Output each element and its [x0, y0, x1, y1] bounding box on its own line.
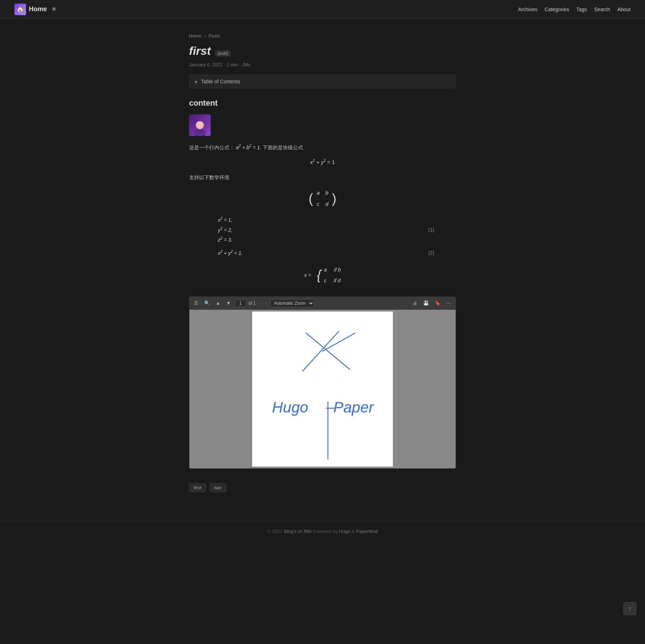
- numbered-eq-2: x2 + y2 = 1. (2): [218, 248, 434, 258]
- pdf-viewer: ☰ 🔍 ▲ ▼ of 1 − + Automatic Zoom 🖨 💾 🔖 ⋯: [189, 296, 456, 469]
- nav-categories[interactable]: Categories: [545, 6, 569, 12]
- piecewise-cases: a if b c if d: [324, 265, 341, 285]
- footer-year: © 2022: [267, 529, 282, 534]
- footer-powered-by: Powered by: [313, 529, 338, 534]
- svg-text:Paper: Paper: [333, 399, 374, 416]
- nav-tags[interactable]: Tags: [576, 6, 587, 12]
- content-heading: content: [189, 98, 456, 108]
- numbered-eq-1: x2 = 1, y2 = 2, z2 = 3. (1): [218, 215, 434, 244]
- matrix-block: ( a b c d ): [189, 187, 456, 210]
- support-text: 支持以下数学环境: [189, 173, 456, 182]
- toc-arrow-icon: ▶: [195, 80, 198, 84]
- avatar-face: [196, 121, 204, 129]
- matrix-c: c: [317, 199, 320, 209]
- footer-hugo-link[interactable]: Hugo: [339, 529, 350, 534]
- post-title-area: first [draft]: [189, 44, 456, 58]
- scroll-up-icon: ↑: [628, 605, 631, 612]
- svg-line-2: [322, 333, 355, 351]
- intro-paragraph: 这是一个行内公式： a2 + b2 = 1. 下面的是块级公式: [189, 142, 456, 152]
- toc-container: ▶ Table of Contents: [189, 75, 456, 88]
- pdf-toggle-sidebar-btn[interactable]: ☰: [192, 300, 200, 306]
- site-title: Home: [29, 5, 47, 13]
- main-nav: Archives Categories Tags Search About: [518, 6, 631, 12]
- breadcrumb-home[interactable]: Home: [189, 33, 202, 39]
- piecewise-val-a: a: [324, 265, 327, 275]
- footer-papermod-link[interactable]: PaperMod: [356, 529, 378, 534]
- matrix-d: d: [325, 199, 328, 209]
- pdf-page: Hugo Paper: [252, 312, 393, 467]
- pdf-print-btn[interactable]: 🖨: [411, 300, 419, 306]
- toc-header[interactable]: ▶ Table of Contents: [189, 75, 456, 88]
- piecewise-row-2: c if d: [324, 276, 341, 286]
- piecewise-val-c: c: [324, 276, 326, 286]
- svg-text:Hugo: Hugo: [272, 399, 308, 416]
- inline-math: a2 + b2 = 1.: [236, 145, 263, 150]
- eq-standalone: x2 + y2 = 1.: [218, 248, 243, 258]
- nav-archives[interactable]: Archives: [518, 6, 538, 12]
- toc-label: Table of Contents: [201, 79, 240, 84]
- eq-num-2: (2): [428, 248, 434, 258]
- logo-image: 🏠: [14, 4, 26, 15]
- matrix-cells: a b c d: [314, 187, 332, 210]
- post-tags: first two: [189, 483, 456, 492]
- pdf-zoom-select[interactable]: Automatic Zoom: [270, 299, 314, 307]
- eq-num-1: (1): [428, 225, 434, 235]
- theme-toggle-icon[interactable]: ☀: [51, 6, 56, 13]
- main-content: Home » Posts first [draft] January 6, 20…: [182, 19, 463, 521]
- matrix-b: b: [325, 188, 328, 198]
- eq-group-1: x2 = 1, y2 = 2, z2 = 3.: [218, 215, 232, 244]
- pdf-page-up-btn[interactable]: ▲: [214, 300, 222, 306]
- pdf-toolbar: ☰ 🔍 ▲ ▼ of 1 − + Automatic Zoom 🖨 💾 🔖 ⋯: [189, 297, 456, 310]
- eq1: x2 = 1,: [218, 215, 232, 225]
- svg-line-1: [303, 331, 339, 371]
- pdf-zoom-out-btn[interactable]: 🔍: [202, 300, 212, 306]
- pdf-download-btn[interactable]: 💾: [421, 300, 431, 306]
- piecewise-row-1: a if b: [324, 265, 341, 275]
- pdf-page-down-btn[interactable]: ▼: [224, 300, 233, 306]
- paren-left: (: [309, 192, 313, 205]
- eq2: y2 = 2,: [218, 225, 232, 235]
- piecewise-var: x =: [304, 270, 311, 280]
- matrix-paren: ( a b c d ): [309, 187, 337, 210]
- nav-about[interactable]: About: [617, 6, 631, 12]
- pdf-page-input[interactable]: [235, 300, 246, 307]
- breadcrumb: Home » Posts: [189, 33, 456, 39]
- intro-text2: 下面的是块级公式: [263, 145, 303, 150]
- pdf-bookmark-btn[interactable]: 🔖: [433, 300, 442, 306]
- avatar: [189, 114, 211, 136]
- piecewise-cond-a: if b: [334, 265, 341, 275]
- site-logo[interactable]: 🏠 Home ☀: [14, 4, 56, 15]
- math-content: 这是一个行内公式： a2 + b2 = 1. 下面的是块级公式 x2 + y2 …: [189, 142, 456, 288]
- matrix-a: a: [317, 188, 320, 198]
- pdf-separator-2: +: [265, 301, 267, 306]
- eq3: z2 = 3.: [218, 235, 232, 244]
- post-title: first: [189, 44, 211, 57]
- nav-search[interactable]: Search: [594, 6, 610, 12]
- piecewise-brace: {: [317, 263, 321, 287]
- piecewise-eq: x = { a if b c if d: [189, 263, 456, 287]
- post-meta: January 6, 2022 · 1 min · JMx: [189, 62, 456, 67]
- scroll-to-top-button[interactable]: ↑: [623, 602, 636, 615]
- pdf-more-btn[interactable]: ⋯: [444, 300, 453, 306]
- draft-badge: [draft]: [215, 50, 231, 56]
- svg-line-0: [306, 333, 350, 369]
- block-math-1: x2 + y2 = 1: [189, 157, 456, 168]
- site-footer: © 2022 Blog's of JMx Powered by Hugo & P…: [0, 521, 645, 541]
- pdf-svg-drawing: Hugo Paper: [252, 312, 393, 467]
- tag-first[interactable]: first: [189, 483, 206, 492]
- tag-two[interactable]: two: [210, 483, 226, 492]
- pdf-canvas: Hugo Paper: [189, 310, 456, 468]
- intro-text: 这是一个行内公式：: [189, 145, 234, 150]
- site-header: 🏠 Home ☀ Archives Categories Tags Search…: [0, 0, 645, 19]
- pdf-page-total: of 1: [249, 301, 256, 306]
- piecewise-cond-c: if d: [334, 276, 341, 286]
- breadcrumb-sep: »: [204, 33, 206, 39]
- footer-blog-link[interactable]: Blog's of JMx: [284, 529, 312, 534]
- breadcrumb-current: Posts: [209, 33, 220, 39]
- footer-and: &: [351, 529, 355, 534]
- pdf-separator-1: −: [259, 301, 261, 306]
- paren-right: ): [332, 192, 336, 205]
